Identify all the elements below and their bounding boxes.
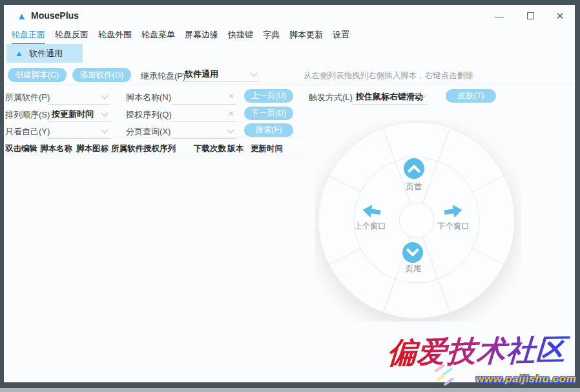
order-filter-value: 按更新时间	[52, 108, 94, 120]
page-query-select[interactable]	[171, 123, 236, 139]
serial-field-wrap: ✕	[171, 107, 236, 122]
serial-input[interactable]	[172, 108, 225, 118]
group-tab-software-general[interactable]: ▲ 软件通用	[6, 44, 83, 63]
app-window: ▲ MousePlus — ✕ 轮盘正面 轮盘反面 轮盘外围 轮盘菜单 屏幕边缘…	[4, 5, 575, 382]
tab-script-update[interactable]: 脚本更新	[289, 29, 323, 45]
maximize-icon	[527, 12, 534, 19]
order-filter-select[interactable]: 按更新时间	[48, 107, 110, 122]
skin-button[interactable]: 皮肤(T)	[446, 89, 496, 103]
drag-hint-text: 从左侧列表拖拽到右侧插入脚本，右键点击删除	[304, 70, 473, 81]
tab-dictionary[interactable]: 字典	[263, 29, 280, 45]
wheel-sector-down[interactable]: 页尾	[402, 242, 423, 273]
chevron-down-icon	[250, 69, 257, 76]
clear-icon[interactable]: ✕	[228, 109, 234, 118]
wheel-hub	[399, 203, 434, 238]
toolbar-divider	[4, 85, 575, 85]
close-button[interactable]: ✕	[553, 9, 567, 23]
search-button[interactable]: 搜索(F)	[244, 123, 293, 137]
col-serial[interactable]: 授权序列	[143, 143, 176, 154]
col-version[interactable]: 版本	[227, 143, 243, 154]
watermark-url: www.paijishu.com	[417, 373, 576, 386]
tab-wheel-front[interactable]: 轮盘正面	[12, 29, 45, 45]
app-logo-icon: ▲	[17, 10, 26, 21]
inherit-wheel-value: 软件通用	[185, 68, 218, 80]
chevron-down-icon	[227, 126, 234, 133]
only-mine-filter-label: 只看自己(Y)	[5, 126, 50, 138]
create-script-button[interactable]: 创建脚本(C)	[8, 68, 67, 82]
triangle-logo-icon: ▲	[15, 48, 23, 58]
chevron-down-icon	[101, 126, 108, 133]
wheel-preview: 页首 页尾 上个窗口 下个窗口	[315, 120, 521, 322]
chevron-down-icon	[101, 92, 108, 99]
prev-page-button[interactable]: 上一页(U)	[244, 89, 293, 103]
inherit-wheel-label: 继承轮盘(P)	[141, 70, 185, 82]
group-tab-label: 软件通用	[29, 48, 63, 59]
clear-icon[interactable]: ✕	[228, 92, 234, 101]
wheel-down-label: 页尾	[406, 264, 422, 273]
tab-settings[interactable]: 设置	[333, 29, 349, 45]
software-filter-label: 所属软件(P)	[5, 92, 50, 103]
chevron-down-icon	[101, 109, 108, 116]
script-table-header: 双击编辑 脚本名称 脚本图标 所属软件 授权序列 下载次数 版本 更新时间	[4, 138, 307, 156]
serial-label: 授权序列(Q)	[126, 109, 172, 121]
trigger-mode-label: 触发方式(L)	[309, 92, 353, 103]
tab-hotkeys[interactable]: 快捷键	[228, 29, 253, 45]
app-title: MousePlus	[31, 10, 79, 21]
wheel-sector-up[interactable]: 页首	[404, 158, 424, 191]
script-name-label: 脚本名称(N)	[126, 92, 171, 103]
trigger-mode-select[interactable]: 按住鼠标右键滑动	[352, 89, 428, 105]
menu-tab-bar: 轮盘正面 轮盘反面 轮盘外围 轮盘菜单 屏幕边缘 快捷键 字典 脚本更新 设置	[12, 29, 570, 45]
page-query-label: 分页查询(X)	[126, 126, 171, 138]
next-page-button[interactable]: 下一页(D)	[244, 107, 293, 120]
maximize-button[interactable]	[523, 9, 537, 23]
inherit-wheel-select[interactable]: 软件通用	[181, 67, 260, 82]
col-downloads[interactable]: 下载次数	[194, 143, 226, 154]
wheel-left-label: 上个窗口	[354, 222, 386, 231]
only-mine-filter-select[interactable]	[48, 123, 110, 139]
order-filter-label: 排列顺序(S)	[5, 109, 50, 121]
tab-wheel-outer[interactable]: 轮盘外围	[98, 29, 132, 45]
tab-screen-edge[interactable]: 屏幕边缘	[185, 29, 218, 45]
col-script-icon[interactable]: 脚本图标	[76, 143, 109, 154]
col-update-time[interactable]: 更新时间	[251, 143, 283, 154]
watermark-title: 偏爱技术社区	[375, 330, 578, 372]
tab-wheel-menu[interactable]: 轮盘菜单	[141, 29, 175, 45]
col-software[interactable]: 所属软件	[111, 143, 143, 154]
wheel-right-label: 下个窗口	[437, 222, 470, 231]
window-frame: ▲ MousePlus — ✕ 轮盘正面 轮盘反面 轮盘外围 轮盘菜单 屏幕边缘…	[0, 0, 580, 388]
col-double-click-edit[interactable]: 双击编辑	[5, 143, 37, 154]
wheel-up-label: 页首	[406, 182, 422, 191]
script-name-field-wrap: ✕	[171, 89, 236, 105]
chevron-up-circle-icon	[404, 158, 424, 179]
col-script-name[interactable]: 脚本名称	[40, 143, 72, 154]
software-filter-select[interactable]	[48, 89, 110, 105]
minimize-button[interactable]: —	[492, 9, 506, 23]
add-software-button[interactable]: 添加软件(G)	[72, 68, 131, 82]
trigger-mode-value: 按住鼠标右键滑动	[356, 91, 423, 103]
tab-wheel-back[interactable]: 轮盘反面	[55, 29, 88, 45]
script-name-input[interactable]	[172, 90, 225, 100]
chevron-down-circle-icon	[402, 242, 423, 263]
